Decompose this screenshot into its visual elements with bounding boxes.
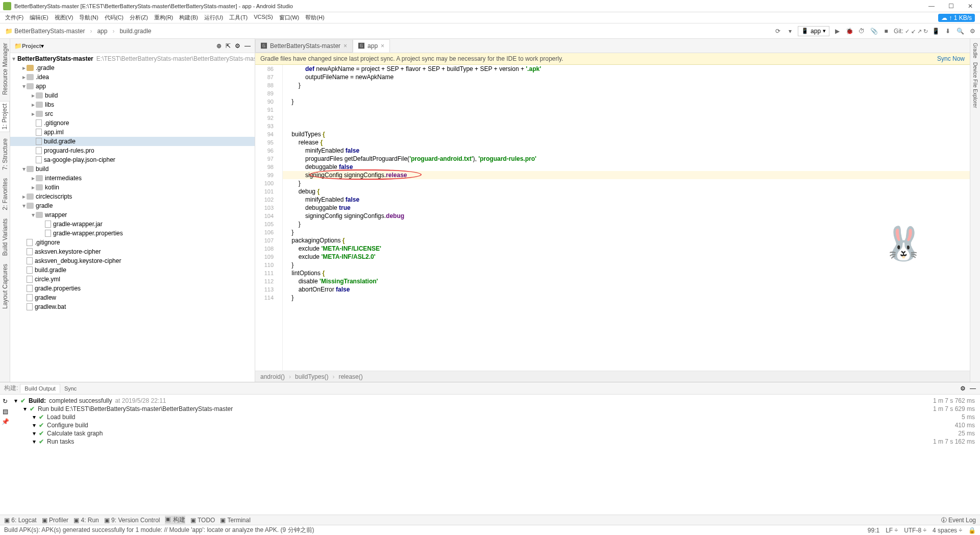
hide-icon[interactable]: — xyxy=(244,42,251,50)
sync-icon[interactable]: ⟳ xyxy=(773,27,782,36)
build-row[interactable]: ▾✔Run tasks xyxy=(14,437,915,446)
tree-item[interactable]: .gitignore xyxy=(10,118,255,128)
status-widget[interactable]: UTF-8 ÷ xyxy=(904,527,926,534)
tree-item[interactable]: ▸circleciscripts xyxy=(10,192,255,201)
build-row[interactable]: ▾✔Build: completed successfully at 2019/… xyxy=(14,397,915,405)
status-widget[interactable]: 99:1 xyxy=(868,527,879,534)
build-tab[interactable]: Build Output xyxy=(20,384,60,393)
structure-breadcrumb[interactable]: android()›buildTypes()›release() xyxy=(255,371,970,382)
collapse-icon[interactable]: ⇱ xyxy=(226,42,231,50)
tree-item[interactable]: ▸intermediates xyxy=(10,174,255,183)
settings-icon[interactable]: ⚙ xyxy=(968,27,977,36)
tree-root[interactable]: ▾ BetterBatteryStats-master E:\TEST\Bett… xyxy=(10,54,255,63)
tree-item[interactable]: build.gradle xyxy=(10,137,255,146)
code-editor[interactable]: 8687888990919293949596979899100101102103… xyxy=(255,65,970,371)
search-icon[interactable]: 🔍 xyxy=(955,27,965,36)
tree-item[interactable]: ▾wrapper xyxy=(10,210,255,220)
rerun-icon[interactable]: ↻ xyxy=(3,398,8,405)
build-tab[interactable]: Sync xyxy=(60,384,81,393)
left-tool-tab[interactable]: Resource Manager xyxy=(1,41,10,97)
tree-item[interactable]: ▸kotlin xyxy=(10,183,255,192)
tree-item[interactable]: ▸.gradle xyxy=(10,63,255,72)
tree-item[interactable]: build.gradle xyxy=(10,265,255,275)
tree-item[interactable]: proguard-rules.pro xyxy=(10,146,255,155)
tool-window-button[interactable]: ▣ 4: Run xyxy=(74,516,99,524)
build-row[interactable]: ▾✔Run build E:\TEST\BetterBatteryStats-m… xyxy=(14,405,915,413)
menu-item[interactable]: 导航(N) xyxy=(76,13,101,22)
tree-item[interactable]: ▸src xyxy=(10,109,255,118)
tool-window-button[interactable]: ▣ TODO xyxy=(190,516,215,524)
struct-crumb[interactable]: buildTypes() xyxy=(295,373,328,380)
struct-crumb[interactable]: android() xyxy=(260,373,285,380)
gear-icon[interactable]: ⚙ xyxy=(235,42,240,50)
tab-close-icon[interactable]: × xyxy=(381,42,384,50)
sdk-icon[interactable]: ⬇ xyxy=(943,27,952,36)
project-mode-label[interactable]: Project xyxy=(22,43,41,49)
stop-icon[interactable]: ■ xyxy=(881,27,891,36)
pin-icon[interactable]: 📌 xyxy=(2,418,9,425)
tree-item[interactable]: ▸.idea xyxy=(10,72,255,82)
build-settings-icon[interactable]: ⚙ xyxy=(960,385,966,392)
right-tool-tab[interactable]: Device File Explorer xyxy=(971,60,979,110)
left-tool-tab[interactable]: 2: Favorites xyxy=(1,176,10,212)
tree-item[interactable]: app.iml xyxy=(10,128,255,137)
profile-icon[interactable]: ⏱ xyxy=(857,27,866,36)
tool-window-button[interactable]: ▣ 9: Version Control xyxy=(104,516,160,524)
maximize-button[interactable]: ☐ xyxy=(944,1,958,11)
menu-item[interactable]: 文件(F) xyxy=(2,13,27,22)
build-row[interactable]: ▾✔Configure build xyxy=(14,421,915,429)
left-tool-tab[interactable]: 1: Project xyxy=(0,101,10,132)
left-tool-tab[interactable]: Layout Captures xyxy=(1,262,10,311)
build-row[interactable]: ▾✔Load build xyxy=(14,413,915,421)
tool-window-button[interactable]: ▣ Terminal xyxy=(220,516,250,524)
menu-item[interactable]: 工具(T) xyxy=(226,13,251,22)
tree-item[interactable]: sa-google-play.json-cipher xyxy=(10,155,255,164)
right-tool-tab[interactable]: Gradle xyxy=(971,41,979,60)
tree-item[interactable]: circle.yml xyxy=(10,275,255,284)
tree-item[interactable]: gradlew.bat xyxy=(10,302,255,311)
tree-item[interactable]: .gitignore xyxy=(10,238,255,247)
build-hide-icon[interactable]: — xyxy=(970,385,976,392)
tree-item[interactable]: ▾build xyxy=(10,164,255,174)
fold-gutter[interactable] xyxy=(277,65,283,371)
menu-item[interactable]: 视图(V) xyxy=(52,13,77,22)
status-widget[interactable]: LF ÷ xyxy=(886,527,898,534)
tree-item[interactable]: gradle-wrapper.jar xyxy=(10,220,255,229)
menu-item[interactable]: 分析(Z) xyxy=(127,13,151,22)
build-row[interactable]: ▾✔Calculate task graph xyxy=(14,429,915,437)
tree-item[interactable]: asksven_debug.keystore-cipher xyxy=(10,256,255,265)
expand-icon[interactable]: ▤ xyxy=(3,408,8,415)
left-tool-tab[interactable]: Build Variants xyxy=(1,216,10,258)
tree-item[interactable]: ▾gradle xyxy=(10,201,255,210)
event-log-button[interactable]: 🛈 Event Log xyxy=(941,517,976,524)
lock-icon[interactable]: 🔒 xyxy=(968,527,976,534)
menu-item[interactable]: 帮助(H) xyxy=(302,13,327,22)
tool-window-button[interactable]: ▣ Profiler xyxy=(42,516,68,524)
debug-icon[interactable]: 🐞 xyxy=(845,27,854,36)
build-output-tree[interactable]: ▾✔Build: completed successfully at 2019/… xyxy=(10,395,919,515)
menu-item[interactable]: VCS(S) xyxy=(251,13,276,22)
code-content[interactable]: def newApkName = project + SEP + flavor … xyxy=(283,65,970,371)
run-icon[interactable]: ▶ xyxy=(832,27,842,36)
struct-crumb[interactable]: release() xyxy=(338,373,362,380)
tree-item[interactable]: ▸libs xyxy=(10,100,255,109)
tool-window-button[interactable]: ▣ 6: Logcat xyxy=(4,516,37,524)
tool-window-button[interactable]: ▣ 构建 xyxy=(165,516,185,524)
menu-item[interactable]: 运行(U) xyxy=(201,13,226,22)
tree-item[interactable]: gradle.properties xyxy=(10,284,255,293)
tree-item[interactable]: gradle-wrapper.properties xyxy=(10,229,255,238)
tree-item[interactable]: ▸build xyxy=(10,91,255,100)
tree-item[interactable]: asksven.keystore-cipher xyxy=(10,247,255,256)
status-widget[interactable]: 4 spaces ÷ xyxy=(933,527,962,534)
menu-item[interactable]: 窗口(W) xyxy=(276,13,303,22)
run-config-selector[interactable]: 📱 app ▾ xyxy=(798,26,829,36)
menu-item[interactable]: 编辑(E) xyxy=(27,13,52,22)
menu-item[interactable]: 代码(C) xyxy=(102,13,127,22)
tab-close-icon[interactable]: × xyxy=(344,42,347,50)
breadcrumb-item[interactable]: build.gradle xyxy=(117,27,153,36)
editor-tab[interactable]: 🅶app× xyxy=(353,39,390,53)
attach-icon[interactable]: 📎 xyxy=(869,27,878,36)
tree-item[interactable]: ▾app xyxy=(10,82,255,91)
close-button[interactable]: ✕ xyxy=(964,1,977,11)
breadcrumb-item[interactable]: app xyxy=(95,27,109,36)
